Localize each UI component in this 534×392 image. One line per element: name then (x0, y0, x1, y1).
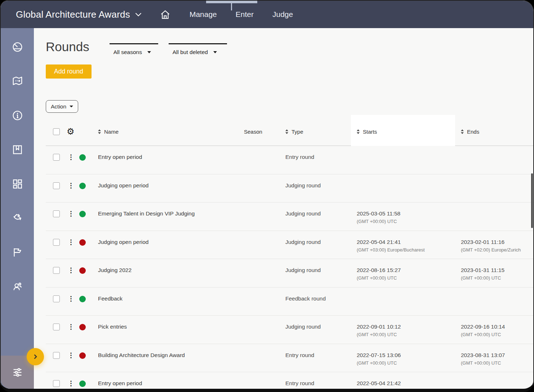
row-checkbox[interactable] (53, 210, 60, 217)
gauge-icon[interactable] (12, 41, 23, 53)
row-menu-kebab-icon[interactable]: ⋮ (67, 295, 79, 302)
round-type: Entry round (285, 352, 357, 358)
sidebar-expand-button[interactable] (27, 348, 44, 365)
action-button-label: Action (51, 103, 66, 110)
gear-icon[interactable]: ⚙ (67, 128, 79, 135)
row-checkbox[interactable] (53, 239, 60, 246)
season-filter-value: All seasons (114, 49, 142, 55)
round-name[interactable]: Judging open period (98, 182, 244, 189)
nav-item-manage[interactable]: Manage (190, 10, 217, 19)
column-header-ends[interactable]: Ends (461, 129, 533, 135)
row-menu-kebab-icon[interactable]: ⋮ (67, 182, 79, 189)
row-menu-kebab-icon[interactable]: ⋮ (67, 380, 79, 387)
table-row[interactable]: ⋮ Judging 2022 Judging round 2022-08-16 … (46, 259, 533, 288)
round-type: Entry round (285, 154, 357, 160)
status-dot (79, 380, 86, 387)
row-menu-kebab-icon[interactable]: ⋮ (67, 324, 79, 330)
round-ends: 2023-08-31 13:07(GMT +00:00) UTC (461, 352, 533, 366)
round-name[interactable]: Emerging Talent in Design VIP Judging (98, 210, 244, 217)
status-filter-value: All but deleted (173, 49, 208, 55)
season-filter-select[interactable]: All seasons (110, 43, 158, 55)
caret-down-icon (213, 51, 217, 53)
status-dot (79, 296, 86, 302)
main-content: Rounds All seasons All but deleted Add r… (34, 28, 533, 389)
users-icon[interactable] (12, 281, 23, 293)
top-nav: Global Architecture Awards Manage Enter … (1, 1, 533, 28)
add-round-button[interactable]: Add round (46, 64, 92, 79)
table-row[interactable]: ⋮ Pick entries Judging round 2022-09-01 … (46, 316, 533, 344)
select-all-checkbox[interactable] (53, 128, 60, 135)
sort-icon (357, 129, 360, 134)
round-starts (357, 295, 461, 297)
round-name[interactable]: Judging 2022 (98, 267, 244, 273)
row-checkbox[interactable] (53, 352, 60, 359)
flow-arrow-icon[interactable] (12, 212, 23, 224)
nav-item-enter[interactable]: Enter (236, 10, 254, 19)
nav-item-judge[interactable]: Judge (272, 10, 293, 19)
row-menu-kebab-icon[interactable]: ⋮ (67, 267, 79, 274)
status-dot (79, 154, 86, 161)
round-name[interactable]: Building Architecture Design Award (98, 352, 244, 358)
account-switcher[interactable]: Global Architecture Awards (16, 9, 142, 20)
round-starts (357, 182, 461, 184)
round-name[interactable]: Feedback (98, 295, 244, 302)
sliders-icon[interactable] (12, 366, 23, 378)
row-menu-kebab-icon[interactable]: ⋮ (67, 239, 79, 246)
caret-down-icon (147, 51, 151, 53)
row-checkbox[interactable] (53, 295, 60, 302)
status-dot (79, 352, 86, 359)
round-name[interactable]: Entry open period (98, 154, 244, 160)
table-row[interactable]: ⋮ Feedback Feedback round (46, 288, 533, 316)
column-header-season[interactable]: Season (244, 129, 285, 135)
row-checkbox[interactable] (53, 154, 60, 161)
status-filter-select[interactable]: All but deleted (169, 43, 227, 55)
status-dot (79, 267, 86, 274)
column-header-starts[interactable]: Starts (357, 129, 461, 135)
rounds-table: ⚙ Name Season Type Starts (46, 117, 533, 389)
home-icon[interactable] (160, 9, 171, 20)
table-row[interactable]: ⋮ Judging open period Judging round 2022… (46, 231, 533, 259)
table-row[interactable]: ⋮ Entry open period Entry round 2022-05-… (46, 372, 533, 389)
table-row[interactable]: ⋮ Building Architecture Design Award Ent… (46, 344, 533, 373)
round-ends (461, 182, 533, 184)
row-checkbox[interactable] (53, 380, 60, 387)
round-name[interactable]: Pick entries (98, 324, 244, 330)
round-type: Feedback round (285, 295, 357, 302)
action-button[interactable]: Action (46, 100, 78, 113)
round-name[interactable]: Entry open period (98, 380, 244, 387)
status-dot (79, 183, 86, 189)
page-title: Rounds (46, 40, 89, 54)
round-starts (357, 154, 461, 156)
column-header-type[interactable]: Type (285, 129, 357, 135)
table-header: ⚙ Name Season Type Starts (46, 117, 533, 146)
table-row[interactable]: ⋮ Entry open period Entry round (46, 146, 533, 174)
sort-icon (98, 129, 101, 134)
sort-icon (461, 129, 464, 134)
round-ends (461, 210, 533, 212)
map-icon[interactable] (12, 75, 23, 87)
round-type: Entry round (285, 380, 357, 387)
bookmark-box-icon[interactable] (12, 144, 23, 156)
row-checkbox[interactable] (53, 324, 60, 330)
row-checkbox[interactable] (53, 182, 60, 189)
row-checkbox[interactable] (53, 267, 60, 274)
round-ends: 2022-09-16 10:14(GMT +00:00) UTC (461, 324, 533, 337)
flag-icon[interactable] (12, 246, 23, 258)
account-name: Global Architecture Awards (16, 9, 130, 20)
round-name[interactable]: Judging open period (98, 239, 244, 245)
status-dot (79, 211, 86, 217)
row-menu-kebab-icon[interactable]: ⋮ (67, 210, 79, 217)
row-menu-kebab-icon[interactable]: ⋮ (67, 352, 79, 359)
round-type: Judging round (285, 182, 357, 189)
table-row[interactable]: ⋮ Emerging Talent in Design VIP Judging … (46, 202, 533, 231)
round-starts: 2022-05-04 21:41(GMT +03:00) Europe/Buch… (357, 239, 461, 253)
info-icon[interactable] (12, 110, 23, 121)
column-header-name[interactable]: Name (98, 129, 244, 135)
round-type: Judging round (285, 267, 357, 273)
table-row[interactable]: ⋮ Judging open period Judging round (46, 174, 533, 203)
dashboard-icon[interactable] (12, 178, 23, 190)
sidebar (1, 28, 34, 389)
row-menu-kebab-icon[interactable]: ⋮ (67, 154, 79, 161)
table-body: ⋮ Entry open period Entry round ⋮ Judgin… (46, 146, 533, 389)
vertical-scrollbar-thumb[interactable] (531, 173, 533, 228)
